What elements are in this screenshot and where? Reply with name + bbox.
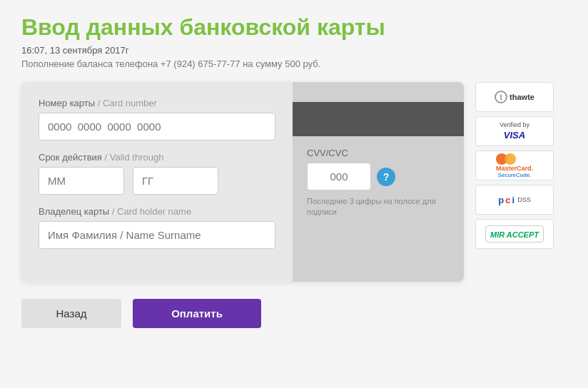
- verified-line1: Verified by: [500, 121, 529, 128]
- card-number-label-en: / Card number: [98, 98, 157, 108]
- thawte-badge: t thawte: [475, 82, 554, 112]
- description: Пополнение баланса телефона +7 (924) 675…: [21, 58, 567, 69]
- visa-label: VISA: [504, 130, 525, 141]
- button-row: Назад Оплатить: [21, 299, 567, 328]
- mir-content: MIR ACCEPT: [485, 225, 544, 242]
- pci-p: p: [498, 195, 504, 205]
- card-number-input[interactable]: [39, 113, 275, 141]
- card-number-section: Номер карты / Card number: [39, 98, 275, 141]
- card-number-label: Номер карты / Card number: [39, 98, 275, 108]
- pci-i: i: [512, 195, 515, 205]
- pci-badge: p c i DSS: [475, 185, 554, 215]
- mastercard-line1: MasterCard.: [496, 165, 533, 172]
- valid-through-section: Срок действия / Valid through: [39, 152, 275, 195]
- cvv-input[interactable]: [307, 163, 371, 190]
- card-holder-label-en: / Card holder name: [112, 206, 191, 217]
- datetime: 16:07, 13 сентября 2017г: [21, 45, 567, 56]
- mastercard-content: MasterCard. SecureCode.: [496, 153, 533, 178]
- mir-label: MIR ACCEPT: [490, 230, 539, 239]
- cvv-label: CVV/CVC: [307, 148, 450, 158]
- mastercard-badge: MasterCard. SecureCode.: [475, 150, 554, 180]
- valid-through-label-ru: Срок действия: [39, 152, 102, 163]
- valid-through-inputs: [39, 167, 275, 195]
- dss-label: DSS: [517, 196, 531, 203]
- thawte-label: thawte: [510, 93, 534, 101]
- mir-badge: MIR ACCEPT: [475, 219, 554, 249]
- security-badges-panel: t thawte Verified by VISA MasterCard. Se…: [475, 82, 554, 249]
- cvv-row: ?: [307, 163, 450, 190]
- pci-c: c: [505, 195, 510, 205]
- page-title: Ввод данных банковской карты: [21, 14, 567, 41]
- card-holder-input[interactable]: [39, 221, 275, 249]
- valid-through-label-en: / Valid through: [105, 152, 164, 163]
- card-back-content: CVV/CVC ? Последние 3 цифры на полосе дл…: [293, 136, 464, 230]
- card-number-label-ru: Номер карты: [39, 98, 95, 108]
- pci-logo: p c i DSS: [498, 195, 530, 205]
- mastercard-line2: SecureCode.: [496, 172, 533, 178]
- pci-content: p c i DSS: [498, 195, 530, 205]
- cvv-help-button[interactable]: ?: [377, 168, 395, 186]
- back-button[interactable]: Назад: [21, 299, 121, 328]
- cvv-hint: Последние 3 цифры на полосе для подписи: [307, 196, 450, 218]
- verified-visa-content: Verified by VISA: [500, 121, 529, 141]
- card-holder-section: Владелец карты / Card holder name: [39, 206, 275, 249]
- card-holder-label: Владелец карты / Card holder name: [39, 206, 275, 217]
- main-content: Номер карты / Card number Срок действия …: [21, 82, 567, 282]
- valid-through-label: Срок действия / Valid through: [39, 152, 275, 163]
- card-magnetic-stripe: [293, 102, 464, 136]
- card-form-wrapper: Номер карты / Card number Срок действия …: [21, 82, 464, 282]
- card-holder-label-ru: Владелец карты: [39, 206, 109, 217]
- mc-circle-yellow: [505, 153, 516, 165]
- year-input[interactable]: [133, 167, 218, 195]
- card-back: CVV/CVC ? Последние 3 цифры на полосе дл…: [293, 82, 464, 282]
- card-front: Номер карты / Card number Срок действия …: [21, 82, 293, 282]
- month-input[interactable]: [39, 167, 124, 195]
- verified-visa-badge: Verified by VISA: [475, 116, 554, 146]
- thawte-icon: t: [495, 91, 507, 103]
- mastercard-circles: [496, 153, 533, 165]
- pay-button[interactable]: Оплатить: [133, 299, 261, 328]
